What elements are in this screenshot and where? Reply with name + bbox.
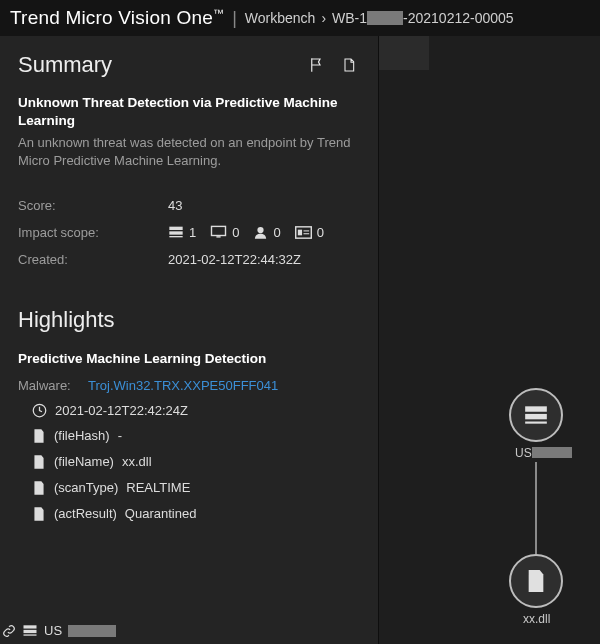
file-icon — [32, 454, 46, 470]
server-icon — [523, 404, 549, 426]
scope-endpoint: 1 — [168, 225, 196, 240]
malware-label: Malware: — [18, 378, 88, 393]
filehash-label: (fileHash) — [54, 428, 110, 443]
filename-label: (fileName) — [54, 454, 114, 469]
file-icon — [32, 428, 46, 444]
summary-panel: Summary Unknown Threat Detection via Pre… — [0, 36, 378, 644]
graph-node-file-label: xx.dll — [523, 612, 550, 626]
file-icon — [525, 568, 547, 594]
svg-rect-15 — [525, 414, 547, 419]
alert-title: Unknown Threat Detection via Predictive … — [18, 94, 360, 130]
breadcrumb-root[interactable]: Workbench — [245, 10, 316, 26]
summary-heading: Summary — [18, 52, 296, 78]
scantype-value: REALTIME — [126, 480, 190, 495]
svg-point-5 — [258, 226, 264, 232]
svg-rect-8 — [303, 230, 309, 231]
scope-email: 0 — [295, 225, 324, 240]
actresult-label: (actResult) — [54, 506, 117, 521]
flag-icon[interactable] — [306, 54, 328, 76]
graph-panel[interactable]: US xx.dll — [378, 36, 600, 644]
svg-rect-1 — [169, 231, 182, 234]
card-icon — [295, 226, 312, 239]
svg-rect-7 — [298, 229, 302, 235]
svg-rect-0 — [169, 227, 182, 230]
svg-rect-11 — [24, 625, 37, 628]
svg-rect-16 — [525, 422, 547, 424]
file-icon — [32, 506, 46, 522]
file-icon — [32, 480, 46, 496]
impact-scope-label: Impact scope: — [18, 225, 168, 240]
app-header: Trend Micro Vision One™ | Workbench › WB… — [0, 0, 600, 36]
graph-node-host[interactable] — [509, 388, 563, 442]
svg-rect-9 — [303, 233, 309, 234]
svg-rect-2 — [169, 236, 182, 237]
filehash-value: - — [118, 428, 122, 443]
highlight-section-name: Predictive Machine Learning Detection — [18, 351, 360, 366]
breadcrumb-workbench-id: WB-1-20210212-00005 — [332, 10, 514, 26]
score-value: 43 — [168, 198, 182, 213]
malware-link[interactable]: Troj.Win32.TRX.XXPE50FFF041 — [88, 378, 278, 393]
created-value: 2021-02-12T22:44:32Z — [168, 252, 301, 267]
actresult-value: Quarantined — [125, 506, 197, 521]
detection-time: 2021-02-12T22:42:24Z — [55, 403, 188, 418]
server-icon — [168, 225, 184, 239]
score-label: Score: — [18, 198, 168, 213]
note-icon[interactable] — [338, 54, 360, 76]
svg-rect-4 — [217, 236, 221, 237]
scope-desktop: 0 — [210, 225, 239, 240]
graph-edge — [535, 462, 537, 554]
user-icon — [253, 225, 268, 240]
alert-description: An unknown threat was detected on an end… — [18, 134, 360, 169]
redacted-block — [532, 447, 572, 458]
highlights-heading: Highlights — [18, 307, 360, 333]
svg-rect-13 — [24, 634, 37, 635]
impacted-host[interactable]: US — [2, 623, 116, 638]
graph-tabbar[interactable] — [379, 36, 429, 70]
app-title: Trend Micro Vision One™ — [10, 7, 224, 29]
svg-rect-3 — [212, 226, 226, 235]
created-label: Created: — [18, 252, 168, 267]
svg-rect-14 — [525, 406, 547, 411]
redacted-block — [68, 625, 116, 637]
breadcrumb-separator: | — [232, 8, 237, 29]
chevron-right-icon: › — [321, 10, 326, 26]
redacted-block — [367, 11, 403, 25]
graph-node-file[interactable] — [509, 554, 563, 608]
detection-details: 2021-02-12T22:42:24Z (fileHash) - (fileN… — [32, 403, 360, 522]
scope-account: 0 — [253, 225, 280, 240]
link-icon — [2, 624, 16, 638]
graph-node-host-label: US — [515, 446, 572, 460]
scantype-label: (scanType) — [54, 480, 118, 495]
clock-icon — [32, 403, 47, 418]
server-icon — [22, 624, 38, 637]
impact-scope-value: 1 0 0 0 — [168, 225, 324, 240]
filename-value: xx.dll — [122, 454, 152, 469]
svg-rect-12 — [24, 630, 37, 633]
monitor-icon — [210, 225, 227, 239]
